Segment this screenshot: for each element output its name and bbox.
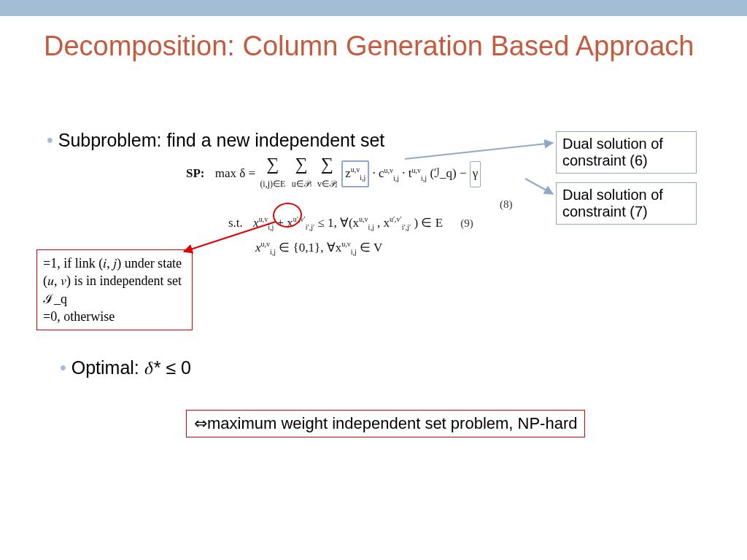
callout-dual-6: Dual solution of constraint (6) <box>556 131 697 174</box>
sp-constraint-1: s.t. xu,vi,j + xu′,v′i′,j′ ≤ 1, ∀(xu,vi,… <box>228 211 513 235</box>
sp-max-delta: max δ = <box>215 166 255 180</box>
arrow-dual-7 <box>525 179 553 194</box>
equation-number-9: (9) <box>460 213 473 234</box>
slide-title: Decomposition: Column Generation Based A… <box>44 29 747 64</box>
sp-label: SP: <box>186 166 205 180</box>
callout-dual-7: Dual solution of constraint (7) <box>556 182 697 225</box>
sum-over-u: ∑u∈𝒫ᵢ <box>292 157 311 192</box>
sp-objective: SP: max δ = ∑(i,j)∈E ∑u∈𝒫ᵢ ∑v∈𝒫ⱼ zu,vi,j… <box>186 157 513 192</box>
sum-over-v: ∑v∈𝒫ⱼ <box>317 157 337 192</box>
callout-x-definition: =1, if link (𝑖, 𝑗) under state (𝑢, 𝑣) is… <box>36 249 193 330</box>
sp-formulation: SP: max δ = ∑(i,j)∈E ∑u∈𝒫ᵢ ∑v∈𝒫ⱼ zu,vi,j… <box>186 157 513 260</box>
gamma-boxed: γ <box>470 161 481 187</box>
callout-np-hard: ⇔maximum weight independent set problem,… <box>186 410 585 438</box>
bullet-optimal: Optimal: 𝛿* ≤ 0 <box>60 357 191 379</box>
top-accent-bar <box>0 0 747 16</box>
sp-constraint-2: xu,vi,j ∈ {0,1}, ∀xu,vi,j ∈ V <box>255 236 513 260</box>
equation-number-8: (8) <box>500 194 513 215</box>
z-variable-boxed: zu,vi,j <box>341 160 369 187</box>
bullet-subproblem: Subproblem: find a new independent set <box>47 130 384 151</box>
sum-over-edges: ∑(i,j)∈E <box>260 157 285 192</box>
